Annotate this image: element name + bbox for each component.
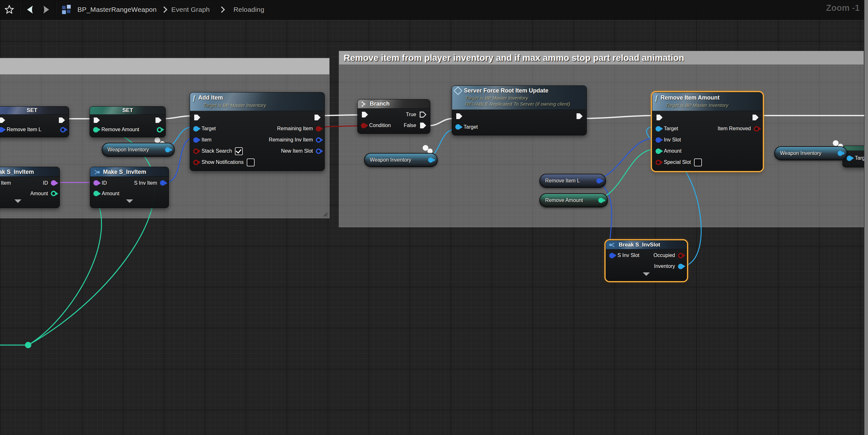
toolbar-divider [56, 2, 56, 17]
input-pin-s-inv-slot[interactable] [609, 253, 615, 258]
branch-icon [361, 101, 367, 107]
output-pin-occupied[interactable] [678, 253, 683, 258]
blueprint-breadcrumb-icon-button[interactable] [58, 1, 75, 18]
node-title-text: Remove Item Amount [661, 94, 719, 101]
node-remove-item-amount[interactable]: f Remove Item Amount Target is BP Master… [652, 92, 763, 171]
zoom-level-indicator: Zoom -1 [826, 3, 860, 13]
node-break-s-invslot[interactable]: Break S_InvSlot S Inv Slot Occupied Inve… [606, 240, 687, 281]
output-pin-id[interactable] [51, 180, 56, 186]
node-make-s-invitem[interactable]: Make S_InvItem ID S Inv Item Amount [90, 167, 169, 208]
navigate-back-button[interactable] [22, 1, 38, 18]
set-node-header[interactable]: SET [0, 107, 69, 115]
pin-label: True [406, 112, 416, 117]
stack-search-checkbox[interactable] [235, 147, 243, 155]
input-pin-target[interactable] [846, 155, 852, 161]
variable-pill-weapon-inventory-3[interactable]: Weapon Inventory [774, 146, 847, 161]
special-slot-checkbox[interactable] [694, 158, 702, 167]
node-subtitle: Target is BP Master Inventory [190, 103, 324, 111]
input-pin-show-notifications[interactable] [193, 160, 199, 165]
variable-pill-weapon-inventory-2[interactable]: Weapon Inventory [364, 153, 438, 167]
input-pin-item[interactable] [193, 137, 199, 143]
output-pin-weapon-inventory[interactable] [165, 147, 170, 152]
exec-out-pin[interactable] [155, 117, 162, 123]
variable-pill-weapon-inventory-1[interactable]: Weapon Inventory [102, 143, 175, 157]
output-pin-remove-item-l[interactable] [596, 178, 601, 183]
function-icon: f [655, 94, 658, 102]
input-pin-target[interactable] [455, 124, 461, 129]
node-set-remove-item-l[interactable]: SET Remove Item L [0, 106, 69, 137]
make-struct-icon [93, 169, 100, 175]
node-subtitle: Target is BP Master Inventory [652, 103, 763, 111]
exec-out-false-pin[interactable] [419, 122, 427, 129]
output-pin-s-inv-item[interactable] [160, 180, 165, 186]
exec-in-pin[interactable] [93, 117, 100, 123]
node-title-text: Make S_InvItem [103, 169, 146, 175]
input-pin-target[interactable] [656, 126, 661, 132]
node-branch[interactable]: Branch True Condition False [358, 99, 430, 134]
exec-in-pin[interactable] [455, 113, 463, 120]
pin-label: Amount [102, 191, 119, 197]
pin-label: Amount [30, 191, 48, 197]
node-set-remove-amount[interactable]: SET Remove Amount [90, 106, 166, 137]
break-struct-icon [609, 242, 616, 248]
exec-in-pin[interactable] [656, 114, 663, 121]
variable-pill-remove-item-l[interactable]: Remove Item L [539, 174, 606, 188]
collapse-node-icon[interactable] [14, 199, 22, 203]
exec-in-pin[interactable] [0, 117, 6, 123]
wire-layer [0, 0, 868, 435]
input-pin-amount[interactable] [93, 191, 99, 196]
exec-in-pin[interactable] [193, 114, 201, 121]
output-pin-item-removed[interactable] [754, 126, 759, 132]
output-pin-weapon-inventory[interactable] [428, 157, 433, 163]
node-subtitle-reliable: RELIABLE Replicated To Server (if owning… [452, 101, 586, 110]
output-pin-amount[interactable] [51, 191, 56, 196]
favorite-star-button[interactable] [0, 1, 19, 18]
output-pin-weapon-inventory[interactable] [838, 151, 843, 156]
input-pin-id[interactable] [93, 180, 99, 186]
node-title-text: Branch [370, 100, 390, 107]
output-pin-new-item-slot[interactable] [316, 148, 321, 154]
output-pin-remove-amount[interactable] [598, 198, 603, 203]
input-pin-target[interactable] [193, 126, 199, 132]
variable-pill-remove-amount[interactable]: Remove Amount [539, 193, 608, 207]
output-pin-remaining-item[interactable] [316, 126, 321, 132]
output-pin-remaining-inv-item[interactable] [316, 137, 321, 143]
exec-out-pin[interactable] [58, 117, 66, 123]
output-pin-inventory[interactable] [678, 264, 683, 269]
exec-in-pin[interactable] [361, 111, 369, 118]
output-pin-remove-item-l[interactable] [60, 127, 66, 133]
pin-label: Remaining Item [277, 126, 313, 132]
input-pin-inv-slot[interactable] [656, 137, 661, 143]
input-pin-remove-item-l[interactable] [0, 127, 4, 133]
node-break-s-invitem[interactable]: Break S_InvItem S Inv Item ID Amount [0, 167, 60, 208]
show-notifications-checkbox[interactable] [247, 158, 255, 167]
input-pin-amount[interactable] [656, 148, 661, 154]
pin-label: S Inv Item [134, 180, 157, 186]
pin-label: Target [202, 126, 216, 132]
navigate-forward-button[interactable] [38, 1, 55, 18]
exec-out-true-pin[interactable] [419, 111, 427, 118]
pin-label: New Item Slot [281, 148, 313, 154]
pin-label: Occupied [653, 253, 675, 258]
pin-label: Remove Amount [101, 127, 139, 133]
collapse-node-icon[interactable] [643, 272, 650, 276]
set-node-title: SET [27, 107, 37, 114]
exec-out-pin[interactable] [751, 114, 759, 121]
blueprint-icon [62, 5, 71, 14]
breadcrumb-blueprint[interactable]: BP_MasterRangeWeapon [78, 6, 157, 13]
output-pin-remove-amount[interactable] [157, 127, 162, 133]
blueprint-graph-canvas[interactable]: Remove item from player inventory and if… [0, 0, 868, 435]
collapse-node-icon[interactable] [126, 199, 133, 203]
input-pin-stack-search[interactable] [193, 148, 199, 154]
set-node-header[interactable]: SET [90, 107, 165, 115]
input-pin-remove-amount[interactable] [93, 127, 98, 133]
input-pin-special-slot[interactable] [656, 160, 661, 165]
breadcrumb-event-graph[interactable]: Event Graph [172, 6, 210, 13]
vertical-scrollbar[interactable] [864, 0, 868, 435]
node-add-item[interactable]: f Add Item Target is BP Master Inventory… [190, 92, 325, 171]
input-pin-condition[interactable] [361, 123, 366, 128]
exec-out-pin[interactable] [314, 114, 321, 121]
node-server-force-root-item-update[interactable]: Server Force Root Item Update Target is … [452, 85, 587, 136]
breadcrumb-reloading[interactable]: Reloading [234, 6, 264, 13]
exec-out-pin[interactable] [576, 113, 583, 120]
